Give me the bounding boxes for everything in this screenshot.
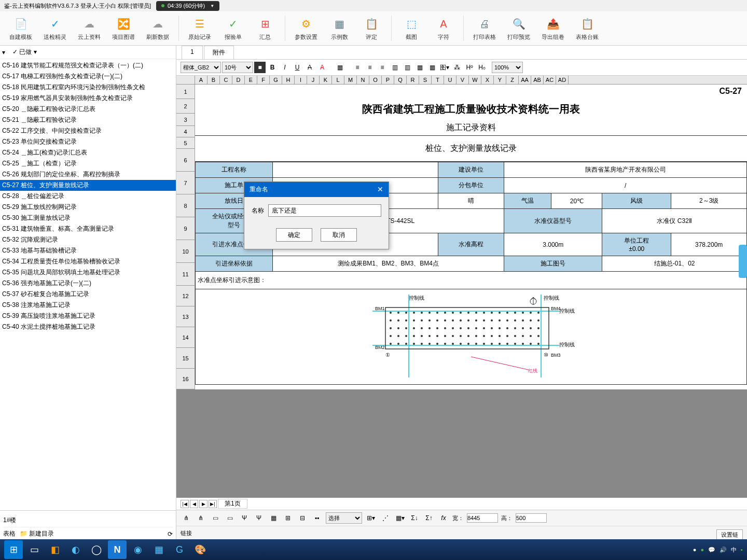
ok-button[interactable]: 确定 bbox=[276, 228, 312, 242]
close-icon[interactable]: ✕ bbox=[377, 185, 383, 194]
name-input[interactable] bbox=[268, 204, 381, 217]
cancel-button[interactable]: 取消 bbox=[321, 228, 357, 242]
dialog-overlay: 重命名 ✕ 名称 确定 取消 bbox=[0, 0, 747, 543]
rename-dialog: 重命名 ✕ 名称 确定 取消 bbox=[244, 181, 389, 249]
dialog-title: 重命名 bbox=[250, 185, 268, 194]
name-label: 名称 bbox=[252, 206, 264, 215]
